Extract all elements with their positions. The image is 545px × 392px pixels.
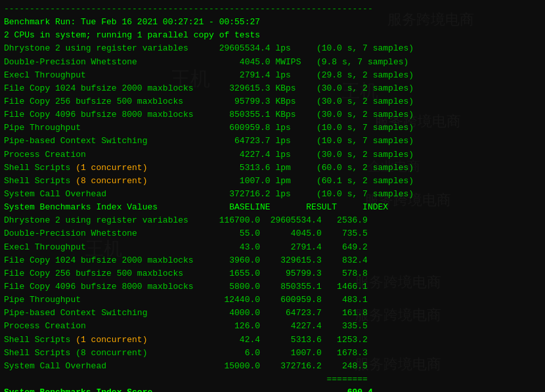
output-line: System Call Overhead 15000.0 372716.2 24… [4, 360, 541, 373]
output-line: ----------------------------------------… [4, 3, 541, 16]
output-line: Process Creation 126.0 4227.4 335.5 [4, 320, 541, 333]
output-line: Process Creation 4227.4 lps (30.0 s, 2 s… [4, 148, 541, 162]
output-line: System Call Overhead 372716.2 lps (10.0 … [4, 188, 541, 201]
output-line: Pipe-based Context Switching 64723.7 lps… [4, 135, 541, 148]
output-line: File Copy 1024 bufsize 2000 maxblocks 32… [4, 82, 541, 95]
output-line: Double-Precision Whetstone 55.0 4045.0 7… [4, 227, 541, 240]
output-line: Shell Scripts (8 concurrent) 1007.0 lpm … [4, 175, 541, 188]
output-line: File Copy 256 bufsize 500 maxblocks 9579… [4, 95, 541, 108]
output-line: Dhrystone 2 using register variables 296… [4, 42, 541, 55]
output-line: File Copy 4096 bufsize 8000 maxblocks 85… [4, 108, 541, 121]
output-line: Shell Scripts (1 concurrent) 42.4 5313.6… [4, 334, 541, 347]
output-line: Pipe-based Context Switching 4000.0 6472… [4, 307, 541, 320]
benchmark-output: ----------------------------------------… [4, 3, 541, 392]
output-line: Shell Scripts (1 concurrent) 5313.6 lpm … [4, 162, 541, 175]
output-line: File Copy 256 bufsize 500 maxblocks 1655… [4, 267, 541, 280]
output-line: Execl Throughput 2791.4 lps (29.8 s, 2 s… [4, 69, 541, 82]
output-line: Pipe Throughput 600959.8 lps (10.0 s, 7 … [4, 121, 541, 135]
output-line: File Copy 1024 bufsize 2000 maxblocks 39… [4, 254, 541, 267]
output-line: System Benchmarks Index Score 690.4 [4, 386, 541, 392]
output-line: System Benchmarks Index Values BASELINE … [4, 201, 541, 214]
terminal-window: 服务跨境电商 王机 服务跨境电商 服务跨境电商 王机 服务跨境电商 服务跨境电商… [0, 0, 545, 392]
output-line: Execl Throughput 43.0 2791.4 649.2 [4, 241, 541, 254]
output-line: Double-Precision Whetstone 4045.0 MWIPS … [4, 56, 541, 69]
output-line: Shell Scripts (8 concurrent) 6.0 1007.0 … [4, 347, 541, 360]
output-line: ======== [4, 373, 541, 386]
output-line: Benchmark Run: Tue Feb 16 2021 00:27:21 … [4, 16, 541, 29]
output-line: File Copy 4096 bufsize 8000 maxblocks 58… [4, 280, 541, 294]
output-line: Pipe Throughput 12440.0 600959.8 483.1 [4, 294, 541, 307]
output-line: 2 CPUs in system; running 1 parallel cop… [4, 29, 541, 42]
output-line: Dhrystone 2 using register variables 116… [4, 214, 541, 227]
